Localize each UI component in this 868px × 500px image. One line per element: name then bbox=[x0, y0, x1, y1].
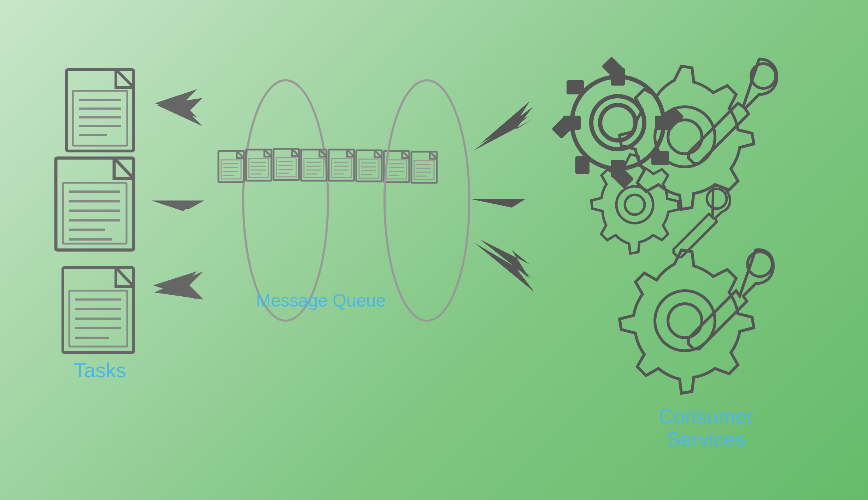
main-arrow-bottom bbox=[475, 243, 535, 292]
svg-point-101 bbox=[668, 120, 702, 154]
svg-rect-63 bbox=[356, 150, 382, 181]
consumer-services-label: Consumer bbox=[659, 405, 753, 428]
svg-rect-95 bbox=[575, 156, 590, 174]
task-document-3 bbox=[63, 268, 134, 353]
queue-ellipse-front bbox=[385, 80, 469, 321]
svg-rect-72 bbox=[387, 160, 406, 179]
svg-marker-85 bbox=[480, 239, 529, 278]
queue-msg-1 bbox=[218, 151, 244, 182]
svg-rect-0 bbox=[66, 70, 134, 151]
consumer-services-label-2: Services bbox=[667, 428, 745, 450]
arrow-to-consumer-2 bbox=[480, 239, 529, 278]
svg-rect-37 bbox=[249, 158, 269, 178]
wrench-middle-right bbox=[674, 186, 730, 257]
task-document-1 bbox=[66, 70, 134, 151]
arrow-middle bbox=[155, 192, 204, 209]
svg-rect-58 bbox=[332, 158, 351, 178]
svg-line-78 bbox=[430, 152, 437, 159]
svg-rect-79 bbox=[414, 161, 434, 180]
svg-point-107 bbox=[668, 304, 702, 338]
svg-rect-65 bbox=[359, 159, 379, 178]
svg-rect-8 bbox=[56, 158, 134, 250]
svg-line-18 bbox=[116, 268, 134, 286]
svg-rect-51 bbox=[304, 158, 324, 178]
svg-rect-30 bbox=[221, 160, 241, 179]
gear-middle-right bbox=[591, 155, 679, 254]
gear-1 bbox=[552, 57, 684, 189]
svg-point-103 bbox=[616, 186, 653, 223]
svg-line-43 bbox=[292, 149, 299, 156]
queue-msg-4 bbox=[301, 150, 327, 181]
queue-msg-5 bbox=[329, 150, 354, 181]
svg-rect-28 bbox=[218, 151, 244, 182]
queue-msg-8 bbox=[411, 152, 437, 183]
gear-bottom-right bbox=[620, 250, 754, 393]
queue-msg-2 bbox=[246, 150, 271, 181]
svg-line-36 bbox=[264, 150, 271, 157]
main-arrow-top bbox=[473, 107, 533, 151]
svg-rect-44 bbox=[276, 158, 296, 177]
svg-point-104 bbox=[625, 195, 645, 215]
architecture-diagram: Tasks bbox=[45, 38, 823, 462]
svg-line-9 bbox=[114, 158, 134, 179]
svg-point-86 bbox=[572, 77, 664, 169]
svg-line-71 bbox=[402, 151, 409, 158]
queue-msg-6 bbox=[356, 150, 382, 181]
svg-line-1 bbox=[116, 70, 134, 87]
queue-ellipse-back bbox=[243, 80, 328, 321]
svg-rect-97 bbox=[567, 80, 584, 94]
svg-rect-49 bbox=[301, 150, 327, 181]
main-arrow-mid bbox=[469, 190, 526, 208]
svg-line-29 bbox=[237, 151, 244, 158]
svg-point-99 bbox=[600, 105, 635, 140]
svg-rect-56 bbox=[329, 150, 354, 181]
queue-label: Message Queue bbox=[256, 291, 386, 310]
queue-msg-3 bbox=[274, 149, 299, 180]
svg-rect-77 bbox=[411, 152, 437, 183]
svg-point-105 bbox=[707, 189, 727, 209]
tasks-label: Tasks bbox=[74, 359, 126, 382]
arrow-to-consumer-1 bbox=[480, 101, 529, 144]
svg-rect-42 bbox=[274, 149, 299, 180]
task-document-2 bbox=[56, 158, 134, 250]
svg-line-57 bbox=[347, 150, 354, 157]
svg-line-64 bbox=[375, 150, 382, 157]
wrench-bottom-right bbox=[688, 250, 773, 349]
diagram-container: Tasks bbox=[0, 0, 868, 500]
svg-rect-35 bbox=[246, 150, 271, 181]
svg-marker-84 bbox=[480, 101, 529, 144]
